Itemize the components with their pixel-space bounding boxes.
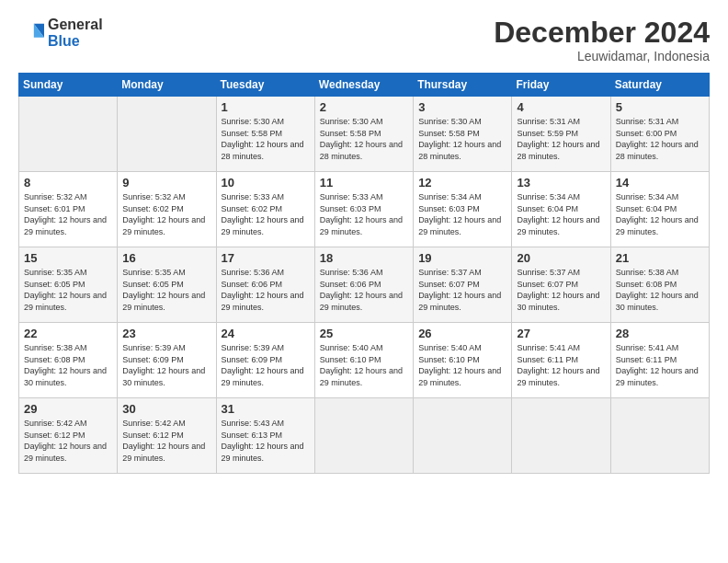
day-number: 15: [24, 251, 112, 265]
table-row: 8Sunrise: 5:32 AMSunset: 6:01 PMDaylight…: [19, 172, 118, 247]
day-number: 2: [320, 100, 408, 114]
table-row: 5Sunrise: 5:31 AMSunset: 6:00 PMDaylight…: [610, 97, 709, 172]
calendar-week-3: 15Sunrise: 5:35 AMSunset: 6:05 PMDayligh…: [19, 247, 710, 323]
table-row: 3Sunrise: 5:30 AMSunset: 5:58 PMDaylight…: [414, 97, 512, 172]
day-number: 27: [517, 327, 605, 340]
day-number: 13: [517, 176, 605, 190]
table-row: 27Sunrise: 5:41 AMSunset: 6:11 PMDayligh…: [512, 323, 610, 398]
day-info: Sunrise: 5:40 AMSunset: 6:10 PMDaylight:…: [320, 342, 408, 388]
table-row: 30Sunrise: 5:42 AMSunset: 6:12 PMDayligh…: [118, 398, 216, 474]
day-info: Sunrise: 5:30 AMSunset: 5:58 PMDaylight:…: [222, 116, 310, 162]
day-info: Sunrise: 5:36 AMSunset: 6:06 PMDaylight:…: [320, 267, 408, 313]
day-number: 3: [418, 100, 506, 114]
day-info: Sunrise: 5:38 AMSunset: 6:08 PMDaylight:…: [24, 342, 112, 388]
day-info: Sunrise: 5:42 AMSunset: 6:12 PMDaylight:…: [122, 418, 210, 464]
table-row: 28Sunrise: 5:41 AMSunset: 6:11 PMDayligh…: [610, 323, 709, 398]
table-row: 10Sunrise: 5:33 AMSunset: 6:02 PMDayligh…: [216, 172, 314, 247]
calendar-table: Sunday Monday Tuesday Wednesday Thursday…: [18, 73, 710, 474]
day-number: 22: [24, 327, 112, 340]
table-row: 15Sunrise: 5:35 AMSunset: 6:05 PMDayligh…: [19, 247, 118, 323]
col-thursday: Thursday: [414, 74, 512, 97]
day-number: 10: [222, 176, 310, 190]
calendar-week-5: 29Sunrise: 5:42 AMSunset: 6:12 PMDayligh…: [19, 398, 710, 474]
table-row: 20Sunrise: 5:37 AMSunset: 6:07 PMDayligh…: [512, 247, 610, 323]
table-row: 13Sunrise: 5:34 AMSunset: 6:04 PMDayligh…: [512, 172, 610, 247]
table-row: [512, 398, 610, 474]
title-block: December 2024 Leuwidamar, Indonesia: [494, 17, 710, 63]
day-number: 9: [122, 176, 210, 190]
table-row: 21Sunrise: 5:38 AMSunset: 6:08 PMDayligh…: [610, 247, 709, 323]
day-info: Sunrise: 5:32 AMSunset: 6:02 PMDaylight:…: [122, 191, 210, 237]
table-row: 23Sunrise: 5:39 AMSunset: 6:09 PMDayligh…: [118, 323, 216, 398]
month-title: December 2024: [494, 17, 710, 49]
day-info: Sunrise: 5:35 AMSunset: 6:05 PMDaylight:…: [24, 267, 112, 313]
day-info: Sunrise: 5:36 AMSunset: 6:06 PMDaylight:…: [222, 267, 310, 313]
table-row: 25Sunrise: 5:40 AMSunset: 6:10 PMDayligh…: [314, 323, 413, 398]
table-row: [118, 97, 216, 172]
day-number: 29: [24, 402, 112, 416]
calendar-page: General Blue December 2024 Leuwidamar, I…: [0, 0, 728, 563]
day-number: 23: [122, 327, 210, 340]
logo-text-line1: General: [48, 17, 103, 33]
table-row: 19Sunrise: 5:37 AMSunset: 6:07 PMDayligh…: [414, 247, 512, 323]
table-row: 24Sunrise: 5:39 AMSunset: 6:09 PMDayligh…: [216, 323, 314, 398]
table-row: 26Sunrise: 5:40 AMSunset: 6:10 PMDayligh…: [414, 323, 512, 398]
day-info: Sunrise: 5:31 AMSunset: 5:59 PMDaylight:…: [517, 116, 605, 162]
day-number: 28: [616, 327, 704, 340]
day-info: Sunrise: 5:35 AMSunset: 6:05 PMDaylight:…: [122, 267, 210, 313]
day-info: Sunrise: 5:41 AMSunset: 6:11 PMDaylight:…: [517, 342, 605, 388]
day-number: 18: [320, 251, 408, 265]
day-number: 24: [222, 327, 310, 340]
calendar-week-2: 8Sunrise: 5:32 AMSunset: 6:01 PMDaylight…: [19, 172, 710, 247]
day-number: 5: [616, 100, 704, 114]
day-info: Sunrise: 5:34 AMSunset: 6:04 PMDaylight:…: [517, 191, 605, 237]
day-info: Sunrise: 5:41 AMSunset: 6:11 PMDaylight:…: [616, 342, 704, 388]
table-row: [414, 398, 512, 474]
day-info: Sunrise: 5:34 AMSunset: 6:03 PMDaylight:…: [418, 191, 506, 237]
day-number: 1: [222, 100, 310, 114]
day-info: Sunrise: 5:42 AMSunset: 6:12 PMDaylight:…: [24, 418, 112, 464]
day-number: 21: [616, 251, 704, 265]
day-info: Sunrise: 5:30 AMSunset: 5:58 PMDaylight:…: [418, 116, 506, 162]
table-row: 16Sunrise: 5:35 AMSunset: 6:05 PMDayligh…: [118, 247, 216, 323]
table-row: 9Sunrise: 5:32 AMSunset: 6:02 PMDaylight…: [118, 172, 216, 247]
calendar-header-row: Sunday Monday Tuesday Wednesday Thursday…: [19, 74, 710, 97]
day-number: 12: [418, 176, 506, 190]
day-number: 11: [320, 176, 408, 190]
header: General Blue December 2024 Leuwidamar, I…: [18, 17, 710, 63]
table-row: 4Sunrise: 5:31 AMSunset: 5:59 PMDaylight…: [512, 97, 610, 172]
logo-text-line2: Blue: [48, 33, 103, 50]
location: Leuwidamar, Indonesia: [494, 49, 710, 63]
day-info: Sunrise: 5:33 AMSunset: 6:02 PMDaylight:…: [222, 191, 310, 237]
table-row: 17Sunrise: 5:36 AMSunset: 6:06 PMDayligh…: [216, 247, 314, 323]
calendar-week-1: 1Sunrise: 5:30 AMSunset: 5:58 PMDaylight…: [19, 97, 710, 172]
table-row: [314, 398, 413, 474]
day-number: 31: [222, 402, 310, 416]
day-info: Sunrise: 5:39 AMSunset: 6:09 PMDaylight:…: [122, 342, 210, 388]
table-row: 31Sunrise: 5:43 AMSunset: 6:13 PMDayligh…: [216, 398, 314, 474]
col-wednesday: Wednesday: [314, 74, 413, 97]
logo-icon: [18, 20, 44, 46]
day-info: Sunrise: 5:37 AMSunset: 6:07 PMDaylight:…: [517, 267, 605, 313]
col-monday: Monday: [118, 74, 216, 97]
table-row: 18Sunrise: 5:36 AMSunset: 6:06 PMDayligh…: [314, 247, 413, 323]
day-info: Sunrise: 5:33 AMSunset: 6:03 PMDaylight:…: [320, 191, 408, 237]
day-info: Sunrise: 5:40 AMSunset: 6:10 PMDaylight:…: [418, 342, 506, 388]
col-tuesday: Tuesday: [216, 74, 314, 97]
table-row: 22Sunrise: 5:38 AMSunset: 6:08 PMDayligh…: [19, 323, 118, 398]
table-row: 1Sunrise: 5:30 AMSunset: 5:58 PMDaylight…: [216, 97, 314, 172]
table-row: 11Sunrise: 5:33 AMSunset: 6:03 PMDayligh…: [314, 172, 413, 247]
day-number: 26: [418, 327, 506, 340]
day-info: Sunrise: 5:32 AMSunset: 6:01 PMDaylight:…: [24, 191, 112, 237]
day-number: 20: [517, 251, 605, 265]
day-number: 16: [122, 251, 210, 265]
day-info: Sunrise: 5:43 AMSunset: 6:13 PMDaylight:…: [222, 418, 310, 464]
day-number: 8: [24, 176, 112, 190]
table-row: [19, 97, 118, 172]
col-saturday: Saturday: [610, 74, 709, 97]
col-friday: Friday: [512, 74, 610, 97]
calendar-week-4: 22Sunrise: 5:38 AMSunset: 6:08 PMDayligh…: [19, 323, 710, 398]
day-number: 4: [517, 100, 605, 114]
day-number: 19: [418, 251, 506, 265]
col-sunday: Sunday: [19, 74, 118, 97]
